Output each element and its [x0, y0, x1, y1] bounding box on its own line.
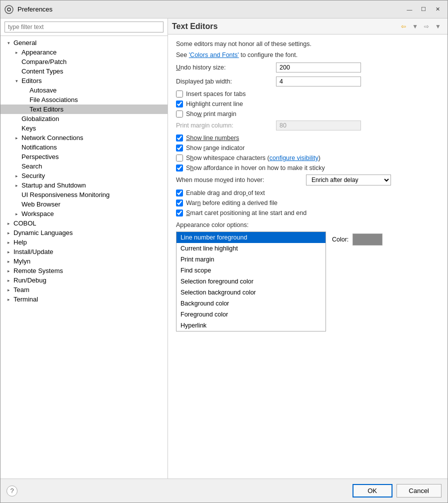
tab-width-input[interactable] [276, 76, 361, 86]
tree-item-file-associations[interactable]: File Associations [0, 95, 168, 104]
tree-item-team[interactable]: ▸Team [0, 285, 168, 294]
color-swatch[interactable] [352, 234, 382, 246]
show-print-margin-row: Show print margin [176, 110, 440, 118]
show-range-indicator-checkbox[interactable] [176, 144, 183, 152]
tree-container: ▾General▸AppearanceCompare/PatchContent … [0, 36, 168, 478]
ok-button[interactable]: OK [352, 484, 392, 498]
show-affordance-checkbox[interactable] [176, 164, 183, 172]
expand-arrow-icon[interactable]: ▸ [4, 297, 12, 302]
colors-fonts-link[interactable]: 'Colors and Fonts' [189, 52, 239, 58]
configure-visibility-link[interactable]: configure visibility [270, 154, 318, 162]
expand-arrow-icon[interactable]: ▸ [12, 136, 20, 140]
tree-item-web-browser[interactable]: Web Browser [0, 200, 168, 209]
help-button[interactable]: ? [6, 486, 18, 496]
color-list-item-print-margin[interactable]: Print margin [176, 254, 326, 265]
color-list-item-selection-bg[interactable]: Selection background color [176, 287, 326, 298]
enable-drag-drop-label: Enable drag and drop of text [186, 190, 265, 196]
expand-arrow-icon[interactable]: ▸ [4, 221, 12, 226]
expand-arrow-icon[interactable]: ▸ [12, 50, 20, 55]
tree-item-ui-responsiveness[interactable]: UI Responsiveness Monitoring [0, 190, 168, 200]
print-margin-col-label: Print margin column: [176, 122, 276, 129]
tree-item-search[interactable]: Search [0, 162, 168, 171]
tree-item-label: UI Responsiveness Monitoring [20, 190, 168, 199]
tree-item-editors[interactable]: ▾Editors [0, 76, 168, 86]
tree-item-run-debug[interactable]: ▸Run/Debug [0, 276, 168, 285]
expand-arrow-icon[interactable]: ▸ [4, 278, 12, 283]
tree-item-label: Team [12, 286, 168, 294]
expand-arrow-icon[interactable]: ▸ [4, 288, 12, 292]
undo-history-input[interactable] [276, 62, 361, 72]
expand-arrow-icon[interactable]: ▸ [4, 240, 12, 245]
color-list-item-selection-fg[interactable]: Selection foreground color [176, 276, 326, 287]
smart-caret-checkbox[interactable] [176, 210, 183, 216]
color-row: Color: [332, 234, 382, 246]
tree-item-globalization[interactable]: Globalization [0, 114, 168, 124]
tree-item-label: Network Connections [20, 134, 168, 142]
tree-item-label: Help [12, 238, 168, 246]
tree-item-label: Text Editors [28, 105, 168, 114]
tree-item-general[interactable]: ▾General [0, 38, 168, 48]
nav-dropdown-forward[interactable]: ▼ [432, 22, 444, 32]
warn-derived-checkbox[interactable] [176, 200, 183, 206]
cancel-button[interactable]: Cancel [396, 484, 442, 498]
expand-arrow-icon[interactable]: ▸ [12, 183, 20, 188]
tree-item-cobol[interactable]: ▸COBOL [0, 218, 168, 228]
nav-forward-button[interactable]: ⇨ [422, 22, 432, 32]
nav-dropdown-back[interactable]: ▼ [410, 22, 420, 32]
expand-arrow-icon[interactable]: ▾ [12, 78, 20, 84]
show-line-numbers-checkbox[interactable] [176, 134, 183, 142]
color-list-item-hyperlink[interactable]: Hyperlink [176, 320, 326, 331]
expand-arrow-icon[interactable]: ▸ [12, 212, 20, 216]
color-list-item-find-scope[interactable]: Find scope [176, 265, 326, 276]
close-button[interactable]: ✕ [432, 5, 444, 14]
tree-item-help[interactable]: ▸Help [0, 238, 168, 247]
color-list-item-background-color[interactable]: Background color [176, 298, 326, 309]
show-line-numbers-label: Show line numbers [186, 134, 239, 142]
hover-dropdown[interactable]: Enrich after delay Enrich immediately Ne… [306, 174, 391, 186]
expand-arrow-icon[interactable]: ▸ [4, 230, 12, 236]
bottom-buttons: OK Cancel [352, 484, 442, 498]
show-print-margin-checkbox[interactable] [176, 110, 183, 118]
expand-arrow-icon[interactable]: ▸ [4, 250, 12, 254]
maximize-button[interactable]: ☐ [418, 5, 430, 14]
main-content: ▾General▸AppearanceCompare/PatchContent … [0, 18, 448, 478]
tree-item-startup-shutdown[interactable]: ▸Startup and Shutdown [0, 180, 168, 190]
tree-item-content-types[interactable]: Content Types [0, 66, 168, 76]
tree-item-label: Startup and Shutdown [20, 181, 168, 190]
filter-input[interactable] [4, 22, 164, 32]
tree-item-terminal[interactable]: ▸Terminal [0, 294, 168, 304]
enable-drag-drop-checkbox[interactable] [176, 190, 183, 196]
tree-item-notifications[interactable]: Notifications [0, 142, 168, 152]
tree-item-label: Appearance [20, 48, 168, 56]
nav-back-button[interactable]: ⇦ [398, 22, 408, 32]
titlebar: Preferences — ☐ ✕ [0, 0, 448, 18]
tree-item-mylyn[interactable]: ▸Mylyn [0, 256, 168, 266]
tree-item-security[interactable]: ▸Security [0, 171, 168, 180]
show-whitespace-checkbox[interactable] [176, 154, 183, 162]
tree-item-text-editors[interactable]: Text Editors [0, 104, 168, 114]
tree-item-workspace[interactable]: ▸Workspace [0, 209, 168, 218]
tab-width-label: Displayed tab width: [176, 78, 276, 85]
show-range-indicator-label: Show range indicator [186, 144, 244, 152]
color-list-item-line-num-fg[interactable]: Line number foreground [176, 232, 326, 243]
expand-arrow-icon[interactable]: ▸ [12, 174, 20, 178]
tree-item-compare-patch[interactable]: Compare/Patch [0, 57, 168, 66]
tree-item-dynamic-languages[interactable]: ▸Dynamic Languages [0, 228, 168, 238]
tree-item-appearance[interactable]: ▸Appearance [0, 48, 168, 57]
expand-arrow-icon[interactable]: ▸ [4, 259, 12, 264]
tree-item-install-update[interactable]: ▸Install/Update [0, 247, 168, 256]
color-list-item-foreground-color[interactable]: Foreground color [176, 309, 326, 320]
tree-item-label: Perspectives [20, 152, 168, 161]
tree-item-perspectives[interactable]: Perspectives [0, 152, 168, 162]
tree-item-keys[interactable]: Keys [0, 124, 168, 133]
warn-derived-row: Warn before editing a derived file [176, 200, 440, 206]
expand-arrow-icon[interactable]: ▸ [4, 268, 12, 274]
insert-spaces-checkbox[interactable] [176, 90, 183, 98]
color-list-item-current-line-highlight[interactable]: Current line highlight [176, 243, 326, 254]
tree-item-remote-systems[interactable]: ▸Remote Systems [0, 266, 168, 276]
tree-item-network-connections[interactable]: ▸Network Connections [0, 133, 168, 142]
tree-item-autosave[interactable]: Autosave [0, 86, 168, 95]
highlight-line-checkbox[interactable] [176, 100, 183, 108]
expand-arrow-icon[interactable]: ▾ [4, 40, 12, 46]
minimize-button[interactable]: — [404, 5, 416, 14]
